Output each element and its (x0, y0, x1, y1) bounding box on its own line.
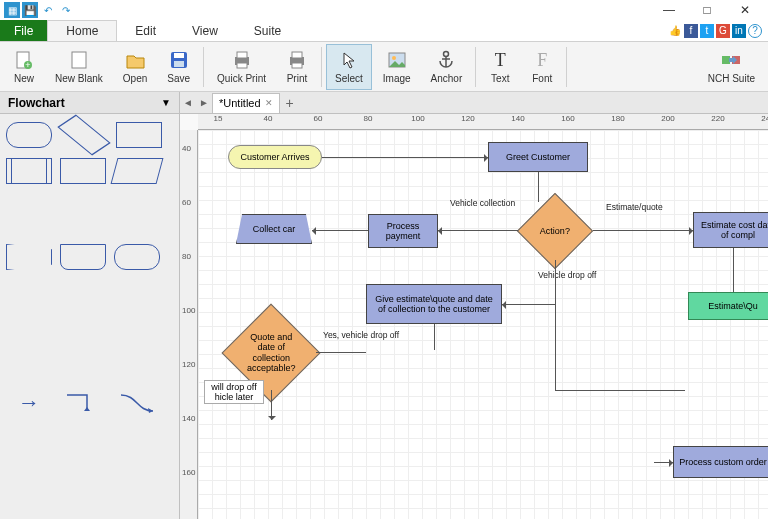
qat-app-icon[interactable]: ▦ (4, 2, 20, 18)
svg-rect-9 (237, 63, 247, 68)
edge (271, 390, 272, 420)
text-button[interactable]: TText (480, 44, 520, 90)
node-customer-arrives[interactable]: Customer Arrives (228, 145, 322, 169)
svg-rect-3 (72, 52, 86, 68)
tab-view[interactable]: View (174, 20, 236, 41)
label-vehicle-dropoff: Vehicle drop off (538, 270, 596, 280)
connector-elbow[interactable] (60, 390, 106, 416)
edge (322, 157, 488, 158)
node-dropoff-label[interactable]: will drop off hicle later (204, 380, 264, 404)
tab-edit[interactable]: Edit (117, 20, 174, 41)
new-button[interactable]: +New (4, 44, 44, 90)
edge (316, 352, 366, 353)
canvas[interactable]: Customer Arrives Greet Customer Collect … (198, 130, 768, 519)
connector-arrow[interactable]: → (6, 390, 52, 416)
select-button[interactable]: Select (326, 44, 372, 90)
edge (434, 324, 435, 350)
svg-point-15 (444, 52, 449, 57)
tab-home[interactable]: Home (47, 20, 117, 41)
print-button[interactable]: Print (277, 44, 317, 90)
node-collect-car[interactable]: Collect car (236, 214, 312, 244)
edge (555, 390, 685, 391)
shape-data[interactable] (111, 158, 164, 184)
shape-process[interactable] (116, 122, 162, 148)
help-icon[interactable]: ? (748, 24, 762, 38)
label-vehicle-collection: Vehicle collection (450, 198, 515, 208)
edge (438, 230, 518, 231)
qat-save-icon[interactable]: 💾 (22, 2, 38, 18)
twitter-icon[interactable]: t (700, 24, 714, 38)
tab-nav-prev[interactable]: ◄ (180, 92, 196, 114)
shape-decision[interactable] (57, 115, 110, 156)
qat-undo-icon[interactable]: ↶ (40, 2, 56, 18)
facebook-icon[interactable]: f (684, 24, 698, 38)
shape-palette: → (0, 114, 179, 519)
label-yes-dropoff: Yes, vehicle drop off (323, 330, 399, 340)
shape-card[interactable] (60, 244, 106, 270)
svg-point-14 (392, 56, 396, 60)
label-estimate-quote: Estimate/quote (606, 202, 663, 212)
tab-close-icon[interactable]: ✕ (265, 98, 273, 108)
ruler-horizontal: 15406080100120140160180200220240 (198, 114, 768, 130)
minimize-button[interactable]: — (650, 0, 688, 20)
qat-redo-icon[interactable]: ↷ (58, 2, 74, 18)
svg-rect-11 (292, 52, 302, 58)
chevron-down-icon: ▼ (161, 97, 171, 108)
save-button[interactable]: Save (158, 44, 199, 90)
nch-suite-button[interactable]: NCH Suite (699, 44, 764, 90)
node-give-estimate[interactable]: Give estimate\quote and date of collecti… (366, 284, 502, 324)
node-action[interactable]: Action? (517, 193, 593, 269)
shape-predefined[interactable] (6, 158, 52, 184)
shape-terminator[interactable] (6, 122, 52, 148)
node-estimate-quote[interactable]: Estimate\Qu (688, 292, 768, 320)
open-button[interactable]: Open (114, 44, 156, 90)
svg-rect-5 (174, 53, 184, 58)
edge (538, 172, 539, 202)
file-menu[interactable]: File (0, 20, 47, 41)
svg-rect-8 (237, 52, 247, 58)
edge (733, 248, 734, 292)
linkedin-icon[interactable]: in (732, 24, 746, 38)
ruler-vertical: 406080100120140160180 (180, 130, 198, 519)
edge (312, 230, 368, 231)
node-process-payment[interactable]: Process payment (368, 214, 438, 248)
shape-process-2[interactable] (60, 158, 106, 184)
document-tab[interactable]: *Untitled✕ (212, 93, 280, 113)
edge (593, 230, 693, 231)
new-tab-button[interactable]: + (280, 93, 300, 113)
google-icon[interactable]: G (716, 24, 730, 38)
connector-curve[interactable] (114, 390, 160, 416)
new-blank-button[interactable]: New Blank (46, 44, 112, 90)
maximize-button[interactable]: □ (688, 0, 726, 20)
node-process-order[interactable]: Process custom order (673, 446, 768, 478)
font-button[interactable]: FFont (522, 44, 562, 90)
svg-rect-18 (722, 56, 730, 64)
edge (555, 260, 556, 390)
quick-print-button[interactable]: Quick Print (208, 44, 275, 90)
svg-rect-12 (292, 63, 302, 68)
svg-rect-6 (174, 61, 184, 67)
image-button[interactable]: Image (374, 44, 420, 90)
close-button[interactable]: ✕ (726, 0, 764, 20)
shape-manual-op[interactable] (6, 244, 52, 270)
tab-nav-next[interactable]: ► (196, 92, 212, 114)
anchor-button[interactable]: Anchor (422, 44, 472, 90)
node-estimate-cost[interactable]: Estimate cost date of compl (693, 212, 768, 248)
svg-text:+: + (25, 60, 30, 70)
thumbsup-icon[interactable]: 👍 (668, 24, 682, 38)
tab-suite[interactable]: Suite (236, 20, 299, 41)
edge (502, 304, 555, 305)
shape-panel-header[interactable]: Flowchart▼ (0, 92, 179, 114)
shape-terminator-2[interactable] (114, 244, 160, 270)
edge (654, 462, 673, 463)
node-greet-customer[interactable]: Greet Customer (488, 142, 588, 172)
